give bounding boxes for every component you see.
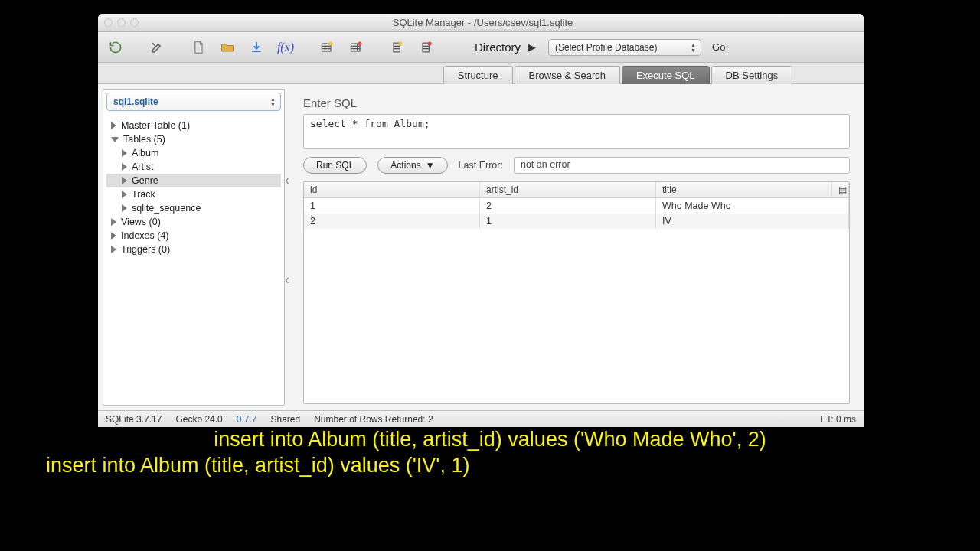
play-icon[interactable]: ▶ <box>528 41 536 53</box>
column-menu-icon[interactable]: ▤ <box>832 182 849 197</box>
status-bar: SQLite 3.7.17 Gecko 24.0 0.7.7 Shared Nu… <box>98 410 864 427</box>
results-table: id artist_id title ▤ 1 2 Who Made Who 2 … <box>303 181 850 404</box>
open-folder-icon[interactable] <box>214 37 240 58</box>
tree-indexes[interactable]: Indexes (4) <box>106 229 281 243</box>
chevron-right-icon <box>122 191 127 198</box>
delete-table-icon[interactable] <box>343 37 369 58</box>
zoom-icon[interactable] <box>130 18 139 27</box>
new-table-icon[interactable] <box>314 37 340 58</box>
tab-db-settings[interactable]: DB Settings <box>711 66 793 84</box>
table-row[interactable]: 1 2 Who Made Who <box>304 198 849 214</box>
chevron-right-icon <box>111 246 116 253</box>
db-tree: Master Table (1) Tables (5) Album Artist… <box>103 114 284 261</box>
chevron-down-icon <box>111 137 119 142</box>
collapse-handle-icon[interactable]: ‹ <box>285 276 289 291</box>
svg-point-7 <box>428 41 432 45</box>
chevron-right-icon <box>122 177 127 184</box>
last-error-value: not an error <box>514 157 850 174</box>
tree-master-table[interactable]: Master Table (1) <box>106 119 281 132</box>
chevron-right-icon <box>111 122 116 129</box>
tree-table-sqlite-sequence[interactable]: sqlite_sequence <box>106 201 281 215</box>
directory-label: Directory <box>475 41 521 54</box>
status-rows: Number of Rows Returned: 2 <box>314 414 433 425</box>
collapse-handle-icon[interactable]: ‹ <box>285 176 289 191</box>
select-stepper-icon: ▲▼ <box>691 42 696 53</box>
tree-triggers[interactable]: Triggers (0) <box>106 243 281 256</box>
annotation-line-1: insert into Album (title, artist_id) val… <box>0 427 980 453</box>
table-row[interactable]: 2 1 IV <box>304 214 849 229</box>
run-sql-button[interactable]: Run SQL <box>303 157 367 174</box>
tree-table-album[interactable]: Album <box>106 146 281 160</box>
svg-point-5 <box>399 41 403 45</box>
chevron-right-icon <box>111 218 116 226</box>
new-column-icon[interactable] <box>384 37 410 58</box>
tab-structure[interactable]: Structure <box>443 66 513 84</box>
profile-placeholder: (Select Profile Database) <box>555 42 657 53</box>
sql-input[interactable] <box>303 114 850 149</box>
chevron-right-icon <box>111 232 116 240</box>
status-sqlite: SQLite 3.7.17 <box>106 414 162 425</box>
chevron-right-icon <box>122 204 127 212</box>
select-stepper-icon: ▲▼ <box>270 96 276 107</box>
body: sql1.sqlite ▲▼ Master Table (1) Tables (… <box>98 84 864 410</box>
tree-table-track[interactable]: Track <box>106 187 281 201</box>
slide-annotation: insert into Album (title, artist_id) val… <box>0 427 980 479</box>
chevron-right-icon <box>122 149 127 157</box>
tabs: Structure Browse & Search Execute SQL DB… <box>98 63 864 84</box>
delete-column-icon[interactable] <box>413 37 439 58</box>
svg-point-3 <box>358 41 362 45</box>
tab-browse[interactable]: Browse & Search <box>514 66 620 84</box>
titlebar: SQLite Manager - /Users/csev/sql1.sqlite <box>98 14 864 32</box>
database-name: sql1.sqlite <box>113 96 158 107</box>
database-select[interactable]: sql1.sqlite ▲▼ <box>106 93 281 111</box>
app-window: SQLite Manager - /Users/csev/sql1.sqlite… <box>98 14 864 427</box>
window-title: SQLite Manager - /Users/csev/sql1.sqlite <box>146 17 819 28</box>
new-file-icon[interactable] <box>185 37 211 58</box>
annotation-line-2: insert into Album (title, artist_id) val… <box>0 453 980 479</box>
go-button[interactable]: Go <box>712 41 725 53</box>
toolbar: f(x) Directory ▶ (Select Profile Databas… <box>98 32 864 63</box>
main-panel: ‹ ‹ Enter SQL Run SQL Actions▼ Last Erro… <box>289 84 864 410</box>
status-et: ET: 0 ms <box>820 414 856 425</box>
tree-table-genre[interactable]: Genre <box>106 174 281 187</box>
column-artist-id[interactable]: artist_id <box>480 182 656 197</box>
tree-table-artist[interactable]: Artist <box>106 160 281 174</box>
column-title[interactable]: title <box>656 182 832 197</box>
close-icon[interactable] <box>104 18 113 27</box>
function-icon[interactable]: f(x) <box>273 37 299 58</box>
results-header: id artist_id title ▤ <box>304 182 849 198</box>
action-row: Run SQL Actions▼ Last Error: not an erro… <box>303 157 850 174</box>
status-version: 0.7.7 <box>237 414 257 425</box>
minimize-icon[interactable] <box>117 18 126 27</box>
refresh-icon[interactable] <box>103 37 129 58</box>
import-icon[interactable] <box>243 37 270 58</box>
tab-execute-sql[interactable]: Execute SQL <box>622 66 710 84</box>
last-error-label: Last Error: <box>459 160 503 171</box>
actions-dropdown[interactable]: Actions▼ <box>377 157 447 174</box>
window-controls <box>104 18 139 27</box>
sidebar: sql1.sqlite ▲▼ Master Table (1) Tables (… <box>103 89 285 406</box>
tree-tables[interactable]: Tables (5) <box>106 132 281 146</box>
enter-sql-label: Enter SQL <box>303 96 850 109</box>
results-body: 1 2 Who Made Who 2 1 IV <box>304 198 849 229</box>
status-mode: Shared <box>270 414 300 425</box>
column-id[interactable]: id <box>304 182 480 197</box>
chevron-down-icon: ▼ <box>426 160 435 171</box>
tools-icon[interactable] <box>144 37 170 58</box>
tree-views[interactable]: Views (0) <box>106 215 281 229</box>
profile-database-select[interactable]: (Select Profile Database) ▲▼ <box>548 39 701 56</box>
chevron-right-icon <box>122 163 127 171</box>
status-gecko: Gecko 24.0 <box>175 414 222 425</box>
svg-point-1 <box>329 41 333 45</box>
